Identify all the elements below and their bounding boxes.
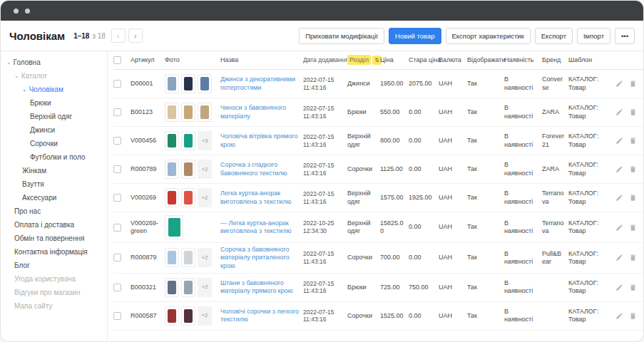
- product-name-link[interactable]: Чоловіча вітрівка прямого крою: [220, 133, 297, 147]
- window-control-dot[interactable]: [25, 9, 30, 14]
- column-header-4[interactable]: Розділ⇅: [347, 56, 380, 64]
- product-name-link[interactable]: Сорочка з гладкого бавовняного текстилю: [220, 161, 287, 176]
- sidebar-item-7[interactable]: Футболки и поло: [4, 150, 107, 164]
- sidebar-item-10[interactable]: Аксесуари: [4, 191, 107, 204]
- new-product-button[interactable]: Новий товар: [389, 28, 441, 44]
- column-header-7[interactable]: Валюта: [439, 56, 467, 64]
- edit-icon[interactable]: [615, 165, 623, 173]
- row-checkbox[interactable]: [113, 165, 121, 173]
- delete-icon[interactable]: [629, 312, 637, 320]
- row-checkbox[interactable]: [113, 137, 121, 145]
- product-photo-thumbnail[interactable]: [165, 131, 179, 150]
- sidebar-item-12[interactable]: Оплата і доставка: [4, 218, 107, 232]
- sidebar-item-5[interactable]: Джинси: [4, 123, 107, 137]
- sidebar-item-17[interactable]: Відгуки про магазин: [4, 286, 107, 299]
- delete-icon[interactable]: [629, 108, 637, 116]
- edit-icon[interactable]: [615, 137, 623, 145]
- sidebar-item-14[interactable]: Контактна інформація: [4, 245, 107, 259]
- row-checkbox[interactable]: [113, 312, 121, 320]
- edit-icon[interactable]: [615, 254, 623, 261]
- row-checkbox[interactable]: [113, 284, 121, 291]
- row-checkbox[interactable]: [113, 194, 121, 202]
- hide-modifications-button[interactable]: Приховати модифікації: [299, 28, 384, 44]
- sidebar-item-2[interactable]: ⌄Чоловікам: [4, 83, 107, 96]
- product-name-link[interactable]: Сорочка з бавовняного матеріалу притален…: [220, 246, 290, 269]
- sidebar-item-4[interactable]: Верхній одяг: [4, 110, 107, 123]
- more-photos-badge[interactable]: +2: [198, 248, 212, 267]
- sidebar-item-3[interactable]: Брюки: [4, 96, 107, 110]
- sidebar-item-9[interactable]: Взуття: [4, 177, 107, 191]
- column-header-1[interactable]: Фото: [165, 56, 220, 64]
- column-header-10[interactable]: Бренд: [542, 56, 568, 64]
- pagination-prev-button[interactable]: ‹: [111, 28, 126, 43]
- column-header-3[interactable]: Дата додавання: [303, 56, 347, 64]
- column-header-9[interactable]: Наявність: [504, 56, 542, 64]
- column-header-0[interactable]: Артикул: [131, 56, 165, 64]
- export-characteristics-button[interactable]: Експорт характеристик: [446, 28, 531, 44]
- row-checkbox[interactable]: [113, 254, 121, 261]
- sidebar-item-8[interactable]: Жінкам: [4, 164, 107, 177]
- more-photos-badge[interactable]: +3: [198, 131, 212, 150]
- window-control-dot[interactable]: [14, 9, 19, 14]
- column-header-11[interactable]: Шаблон: [568, 56, 615, 64]
- edit-icon[interactable]: [615, 194, 623, 202]
- column-header-5[interactable]: Ціна: [380, 56, 409, 64]
- product-photo-thumbnail[interactable]: [165, 278, 179, 297]
- product-photo-thumbnail[interactable]: [198, 103, 212, 122]
- more-photos-badge[interactable]: +2: [198, 278, 212, 297]
- delete-icon[interactable]: [629, 224, 637, 232]
- sidebar-item-18[interactable]: Мапа сайту: [4, 299, 107, 313]
- row-checkbox[interactable]: [113, 80, 121, 88]
- column-header-8[interactable]: Відображати: [467, 56, 504, 64]
- product-photo-thumbnail[interactable]: [165, 215, 183, 239]
- more-actions-button[interactable]: •••: [615, 28, 635, 44]
- sidebar-item-16[interactable]: Угода користувача: [4, 272, 107, 286]
- delete-icon[interactable]: [629, 194, 637, 202]
- product-name-link[interactable]: — Легка куртка-анорак виготовлена з текс…: [220, 219, 291, 234]
- pagination-next-button[interactable]: ›: [128, 28, 143, 43]
- product-name-link[interactable]: Легка куртка-анорак виготовлена з тексти…: [220, 190, 291, 204]
- product-photo-thumbnail[interactable]: [165, 188, 179, 207]
- column-header-6[interactable]: Стара ціна: [409, 56, 439, 64]
- row-checkbox[interactable]: [113, 108, 121, 116]
- more-photos-badge[interactable]: +2: [198, 188, 212, 207]
- delete-icon[interactable]: [629, 80, 637, 88]
- product-photo-thumbnail[interactable]: [198, 74, 212, 93]
- product-name-link[interactable]: Чиноси з бавовняного матеріалу: [220, 104, 286, 119]
- edit-icon[interactable]: [615, 224, 623, 232]
- sidebar-item-6[interactable]: Сорочки: [4, 137, 107, 150]
- product-photo-thumbnail[interactable]: [165, 103, 179, 122]
- more-photos-badge[interactable]: +2: [198, 306, 212, 326]
- export-button[interactable]: Експорт: [535, 28, 573, 44]
- delete-icon[interactable]: [629, 165, 637, 173]
- column-header-2[interactable]: Назва: [220, 56, 303, 64]
- product-photo-thumbnail[interactable]: [165, 74, 179, 93]
- product-name-link[interactable]: Джинси з декоративними потертостями: [220, 76, 295, 90]
- product-photo-thumbnail[interactable]: [181, 248, 195, 267]
- sidebar-item-0[interactable]: ⌄Головна: [4, 56, 107, 69]
- product-photo-thumbnail[interactable]: [165, 160, 179, 179]
- edit-icon[interactable]: [615, 80, 623, 88]
- product-photo-thumbnail[interactable]: [181, 188, 195, 207]
- more-photos-badge[interactable]: +2: [198, 160, 212, 179]
- sidebar-item-15[interactable]: Блог: [4, 259, 107, 272]
- product-photo-thumbnail[interactable]: [181, 74, 195, 93]
- product-photo-thumbnail[interactable]: [181, 131, 195, 150]
- row-checkbox[interactable]: [113, 224, 121, 232]
- product-photo-thumbnail[interactable]: [181, 103, 195, 122]
- sidebar-item-1[interactable]: ⌄Каталог: [4, 69, 107, 83]
- delete-icon[interactable]: [629, 137, 637, 145]
- edit-icon[interactable]: [615, 108, 623, 116]
- delete-icon[interactable]: [629, 254, 637, 261]
- product-photo-thumbnail[interactable]: [181, 278, 195, 297]
- product-name-link[interactable]: Штани з бавовняного матеріалу прямого кр…: [220, 279, 292, 294]
- import-button[interactable]: Імпорт: [577, 28, 610, 44]
- delete-icon[interactable]: [629, 284, 637, 291]
- product-photo-thumbnail[interactable]: [181, 306, 195, 326]
- product-name-link[interactable]: Чоловічі сорочки з легкого текстилю: [220, 308, 299, 323]
- sidebar-item-11[interactable]: Про нас: [4, 204, 107, 218]
- product-photo-thumbnail[interactable]: [165, 306, 179, 326]
- edit-icon[interactable]: [615, 284, 623, 291]
- product-photo-thumbnail[interactable]: [181, 160, 195, 179]
- sidebar-item-13[interactable]: Обмін та повернення: [4, 232, 107, 245]
